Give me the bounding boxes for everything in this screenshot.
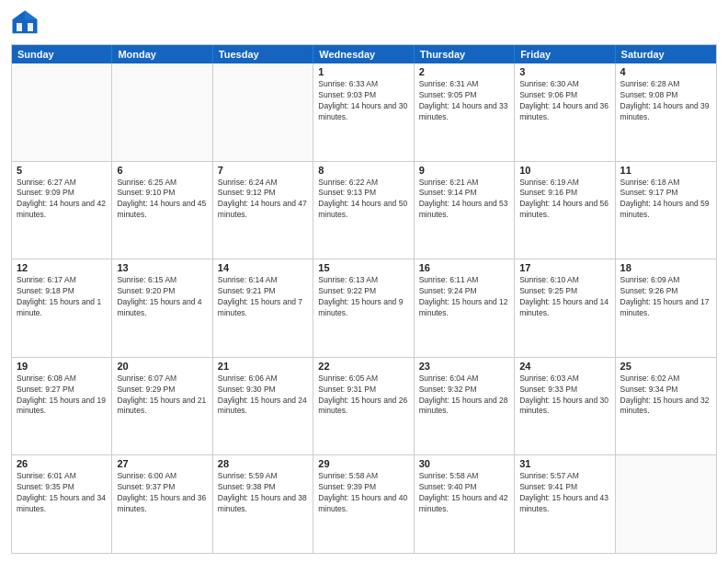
- day-cell-23: 23Sunrise: 6:04 AM Sunset: 9:32 PM Dayli…: [415, 358, 515, 455]
- day-cell-11: 11Sunrise: 6:18 AM Sunset: 9:17 PM Dayli…: [616, 162, 716, 259]
- day-info: Sunrise: 6:31 AM Sunset: 9:05 PM Dayligh…: [419, 79, 509, 123]
- day-info: Sunrise: 6:25 AM Sunset: 9:10 PM Dayligh…: [117, 178, 207, 222]
- day-info: Sunrise: 5:58 AM Sunset: 9:40 PM Dayligh…: [419, 471, 509, 515]
- day-info: Sunrise: 6:22 AM Sunset: 9:13 PM Dayligh…: [318, 178, 408, 222]
- day-cell-10: 10Sunrise: 6:19 AM Sunset: 9:16 PM Dayli…: [515, 162, 615, 259]
- day-number: 31: [519, 458, 609, 469]
- empty-cell: [616, 455, 716, 553]
- calendar-body: 1Sunrise: 6:33 AM Sunset: 9:03 PM Daylig…: [12, 63, 716, 553]
- day-header-tuesday: Tuesday: [213, 45, 313, 63]
- day-number: 14: [218, 262, 308, 273]
- day-info: Sunrise: 6:07 AM Sunset: 9:29 PM Dayligh…: [117, 373, 207, 418]
- day-cell-28: 28Sunrise: 5:59 AM Sunset: 9:38 PM Dayli…: [213, 455, 313, 553]
- day-cell-5: 5Sunrise: 6:27 AM Sunset: 9:09 PM Daylig…: [12, 162, 112, 259]
- day-number: 22: [318, 361, 408, 372]
- day-number: 1: [318, 66, 408, 77]
- day-cell-9: 9Sunrise: 6:21 AM Sunset: 9:14 PM Daylig…: [415, 162, 515, 259]
- day-info: Sunrise: 6:30 AM Sunset: 9:06 PM Dayligh…: [519, 79, 609, 123]
- day-info: Sunrise: 6:03 AM Sunset: 9:33 PM Dayligh…: [519, 373, 609, 418]
- day-cell-25: 25Sunrise: 6:02 AM Sunset: 9:34 PM Dayli…: [616, 358, 716, 455]
- day-number: 11: [620, 165, 711, 176]
- day-info: Sunrise: 6:06 AM Sunset: 9:30 PM Dayligh…: [218, 373, 308, 418]
- logo: [11, 9, 42, 37]
- empty-cell: [12, 63, 112, 161]
- day-number: 26: [17, 458, 107, 469]
- day-number: 10: [519, 165, 609, 176]
- day-cell-6: 6Sunrise: 6:25 AM Sunset: 9:10 PM Daylig…: [112, 162, 212, 259]
- day-number: 7: [218, 165, 308, 176]
- svg-marker-1: [25, 11, 38, 20]
- day-cell-20: 20Sunrise: 6:07 AM Sunset: 9:29 PM Dayli…: [112, 358, 212, 455]
- day-info: Sunrise: 6:24 AM Sunset: 9:12 PM Dayligh…: [218, 178, 308, 222]
- day-cell-15: 15Sunrise: 6:13 AM Sunset: 9:22 PM Dayli…: [313, 259, 414, 357]
- day-info: Sunrise: 6:01 AM Sunset: 9:35 PM Dayligh…: [17, 471, 107, 515]
- day-info: Sunrise: 5:59 AM Sunset: 9:38 PM Dayligh…: [218, 471, 308, 515]
- day-cell-30: 30Sunrise: 5:58 AM Sunset: 9:40 PM Dayli…: [415, 455, 515, 553]
- day-info: Sunrise: 5:58 AM Sunset: 9:39 PM Dayligh…: [318, 471, 408, 515]
- day-cell-16: 16Sunrise: 6:11 AM Sunset: 9:24 PM Dayli…: [415, 259, 515, 357]
- calendar-row-2: 5Sunrise: 6:27 AM Sunset: 9:09 PM Daylig…: [12, 162, 716, 260]
- day-number: 13: [117, 262, 207, 273]
- day-info: Sunrise: 6:19 AM Sunset: 9:16 PM Dayligh…: [519, 178, 609, 222]
- day-number: 6: [117, 165, 207, 176]
- day-number: 24: [519, 361, 609, 372]
- day-info: Sunrise: 6:21 AM Sunset: 9:14 PM Dayligh…: [419, 178, 509, 222]
- day-info: Sunrise: 6:00 AM Sunset: 9:37 PM Dayligh…: [117, 471, 207, 515]
- day-info: Sunrise: 6:08 AM Sunset: 9:27 PM Dayligh…: [17, 373, 107, 418]
- calendar-header: SundayMondayTuesdayWednesdayThursdayFrid…: [12, 45, 716, 63]
- day-number: 28: [218, 458, 308, 469]
- day-cell-13: 13Sunrise: 6:15 AM Sunset: 9:20 PM Dayli…: [112, 259, 212, 357]
- day-cell-29: 29Sunrise: 5:58 AM Sunset: 9:39 PM Dayli…: [313, 455, 414, 553]
- day-number: 15: [318, 262, 408, 273]
- day-info: Sunrise: 6:33 AM Sunset: 9:03 PM Dayligh…: [318, 79, 408, 123]
- day-info: Sunrise: 6:02 AM Sunset: 9:34 PM Dayligh…: [620, 373, 711, 418]
- calendar-row-3: 12Sunrise: 6:17 AM Sunset: 9:18 PM Dayli…: [12, 259, 716, 358]
- day-number: 8: [318, 165, 408, 176]
- day-info: Sunrise: 6:11 AM Sunset: 9:24 PM Dayligh…: [419, 275, 509, 319]
- day-header-thursday: Thursday: [415, 45, 515, 63]
- day-info: Sunrise: 6:05 AM Sunset: 9:31 PM Dayligh…: [318, 373, 408, 418]
- header: [11, 9, 717, 37]
- day-header-saturday: Saturday: [616, 45, 716, 63]
- day-cell-27: 27Sunrise: 6:00 AM Sunset: 9:37 PM Dayli…: [112, 455, 212, 553]
- day-cell-7: 7Sunrise: 6:24 AM Sunset: 9:12 PM Daylig…: [213, 162, 313, 259]
- day-number: 23: [419, 361, 509, 372]
- day-header-monday: Monday: [112, 45, 212, 63]
- day-info: Sunrise: 6:15 AM Sunset: 9:20 PM Dayligh…: [117, 275, 207, 319]
- day-number: 19: [17, 361, 107, 372]
- day-number: 20: [117, 361, 207, 372]
- day-number: 17: [519, 262, 609, 273]
- day-number: 25: [620, 361, 711, 372]
- svg-rect-3: [28, 23, 33, 31]
- day-cell-21: 21Sunrise: 6:06 AM Sunset: 9:30 PM Dayli…: [213, 358, 313, 455]
- day-cell-14: 14Sunrise: 6:14 AM Sunset: 9:21 PM Dayli…: [213, 259, 313, 357]
- logo-icon: [11, 9, 39, 37]
- day-number: 12: [17, 262, 107, 273]
- day-number: 9: [419, 165, 509, 176]
- day-cell-2: 2Sunrise: 6:31 AM Sunset: 9:05 PM Daylig…: [415, 63, 515, 161]
- day-number: 2: [419, 66, 509, 77]
- day-cell-4: 4Sunrise: 6:28 AM Sunset: 9:08 PM Daylig…: [616, 63, 716, 161]
- day-number: 3: [519, 66, 609, 77]
- calendar-row-5: 26Sunrise: 6:01 AM Sunset: 9:35 PM Dayli…: [12, 455, 716, 553]
- day-header-sunday: Sunday: [12, 45, 112, 63]
- svg-rect-2: [17, 23, 22, 31]
- day-cell-26: 26Sunrise: 6:01 AM Sunset: 9:35 PM Dayli…: [12, 455, 112, 553]
- day-info: Sunrise: 6:14 AM Sunset: 9:21 PM Dayligh…: [218, 275, 308, 319]
- day-cell-17: 17Sunrise: 6:10 AM Sunset: 9:25 PM Dayli…: [515, 259, 615, 357]
- day-number: 30: [419, 458, 509, 469]
- day-cell-1: 1Sunrise: 6:33 AM Sunset: 9:03 PM Daylig…: [313, 63, 414, 161]
- day-number: 27: [117, 458, 207, 469]
- day-info: Sunrise: 6:27 AM Sunset: 9:09 PM Dayligh…: [17, 178, 107, 222]
- day-number: 4: [620, 66, 711, 77]
- day-cell-12: 12Sunrise: 6:17 AM Sunset: 9:18 PM Dayli…: [12, 259, 112, 357]
- calendar: SundayMondayTuesdayWednesdayThursdayFrid…: [11, 44, 717, 554]
- day-number: 5: [17, 165, 107, 176]
- day-info: Sunrise: 6:18 AM Sunset: 9:17 PM Dayligh…: [620, 178, 711, 222]
- day-info: Sunrise: 6:10 AM Sunset: 9:25 PM Dayligh…: [519, 275, 609, 319]
- calendar-row-1: 1Sunrise: 6:33 AM Sunset: 9:03 PM Daylig…: [12, 63, 716, 162]
- day-cell-22: 22Sunrise: 6:05 AM Sunset: 9:31 PM Dayli…: [313, 358, 414, 455]
- empty-cell: [213, 63, 313, 161]
- day-header-friday: Friday: [515, 45, 615, 63]
- day-header-wednesday: Wednesday: [313, 45, 414, 63]
